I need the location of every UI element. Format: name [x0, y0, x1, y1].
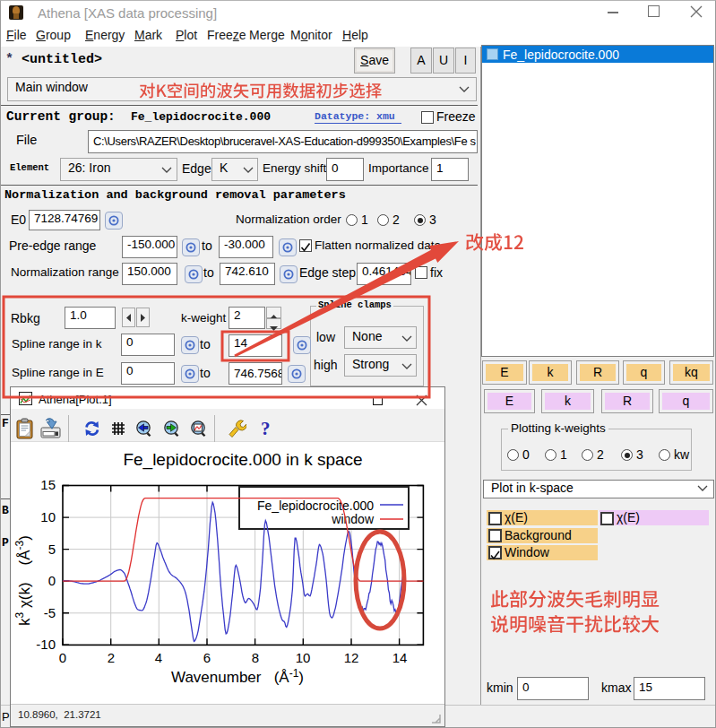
svg-text:2: 2	[108, 650, 115, 665]
svg-text:12: 12	[344, 650, 359, 665]
svg-text:Fe_lepidocrocite.000: Fe_lepidocrocite.000	[257, 498, 374, 513]
svg-text:?: ?	[261, 418, 271, 439]
svg-text:10: 10	[40, 509, 56, 524]
svg-text:0: 0	[48, 573, 56, 588]
svg-text:6: 6	[203, 650, 211, 665]
svg-text:-10: -10	[36, 637, 56, 652]
svg-text:window: window	[331, 512, 375, 526]
svg-text:10: 10	[296, 650, 311, 665]
svg-text:Fe_lepidocrocite.000 in k spac: Fe_lepidocrocite.000 in k space	[123, 450, 362, 470]
svg-text:-5: -5	[44, 605, 56, 620]
svg-text:0: 0	[59, 650, 66, 665]
svg-text:15: 15	[40, 477, 56, 492]
svg-text:5: 5	[48, 542, 56, 557]
svg-text:8: 8	[252, 650, 259, 665]
svg-text:14: 14	[393, 650, 408, 665]
svg-text:4: 4	[155, 650, 162, 665]
svg-text:Wavenumber (Å-1): Wavenumber (Å-1)	[171, 667, 304, 686]
